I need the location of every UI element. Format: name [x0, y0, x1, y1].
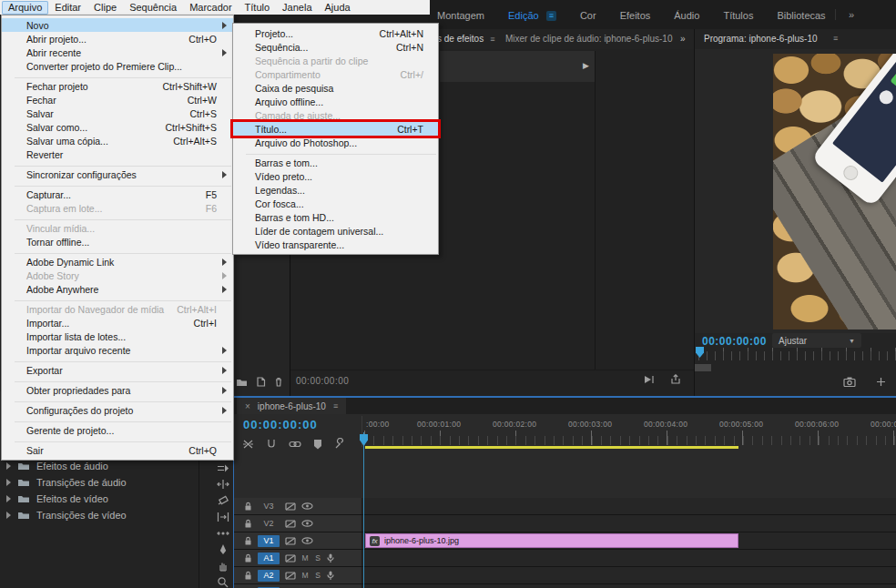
workspace-tab[interactable]: Bibliotecas	[777, 10, 825, 21]
submenu-item[interactable]: Vídeo preto...	[233, 169, 438, 183]
solo-button[interactable]: S	[314, 553, 321, 563]
expand-arrow-icon[interactable]: ▶	[583, 61, 589, 70]
menu-item[interactable]	[2, 181, 233, 188]
sync-lock-icon[interactable]	[285, 554, 296, 563]
menu-bar-item[interactable]: Ajuda	[319, 1, 357, 15]
menu-item[interactable]: Capturar... F5	[2, 188, 233, 201]
automate-to-sequence-icon[interactable]	[236, 378, 248, 387]
menu-item[interactable]: Converter projeto do Premiere Clip...	[2, 59, 233, 73]
workspace-overflow-icon[interactable]: »	[835, 9, 854, 20]
menu-item[interactable]	[2, 357, 233, 363]
panel-menu-icon[interactable]: ≡	[833, 34, 838, 43]
track-target-badge[interactable]: V2	[258, 518, 280, 530]
mute-button[interactable]: M	[301, 553, 309, 563]
linked-selection-icon[interactable]	[289, 440, 301, 449]
workspace-tab[interactable]: Áudio	[674, 10, 699, 21]
track-lock-icon[interactable]	[244, 536, 252, 545]
panel-menu-icon[interactable]: ≡	[490, 35, 494, 44]
menu-bar-item[interactable]: Arquivo	[2, 1, 48, 15]
sync-lock-icon[interactable]	[285, 502, 296, 511]
submenu-item[interactable]: Barras e tom...	[233, 156, 438, 169]
menu-item[interactable]: Exportar	[2, 363, 233, 377]
zoom-tool-icon[interactable]	[217, 576, 229, 588]
track-lock-icon[interactable]	[244, 553, 252, 563]
submenu-item[interactable]: Título... Ctrl+T	[233, 122, 438, 136]
submenu-item[interactable]: Legendas...	[233, 183, 438, 197]
effects-folder-row[interactable]: Transições de vídeo	[0, 507, 197, 523]
program-scrollbar-thumb[interactable]	[695, 364, 711, 371]
menu-bar-item[interactable]: Editar	[48, 1, 87, 15]
submenu-item[interactable]	[233, 149, 438, 156]
track-select-tool-icon[interactable]	[217, 462, 229, 474]
menu-item[interactable]: Salvar como... Ctrl+Shift+S	[2, 120, 233, 134]
button-editor-icon[interactable]	[876, 377, 886, 387]
workspace-tab[interactable]: Edição ≡	[508, 10, 556, 21]
menu-item[interactable]: Abrir recente	[2, 46, 233, 59]
menu-item[interactable]: Tornar offline...	[2, 235, 233, 248]
track-target-badge[interactable]: V1	[258, 535, 280, 547]
menu-bar-item[interactable]: Sequência	[123, 1, 183, 15]
sync-lock-icon[interactable]	[285, 572, 296, 580]
audio-track-lane[interactable]	[361, 584, 896, 588]
track-output-eye-icon[interactable]	[301, 520, 313, 527]
submenu-item[interactable]: Líder de contagem universal...	[233, 224, 438, 238]
track-target-badge[interactable]: A1	[258, 553, 280, 564]
sync-lock-icon[interactable]	[285, 537, 296, 545]
menu-bar-item[interactable]: Janela	[276, 1, 318, 15]
menu-item[interactable]	[2, 248, 233, 255]
workspace-tab[interactable]: Cor	[580, 10, 596, 21]
workspace-tab[interactable]: Títulos	[723, 10, 753, 21]
expand-arrow-icon[interactable]	[6, 495, 11, 502]
menu-item[interactable]	[2, 417, 233, 423]
slide-tool-icon[interactable]	[217, 527, 229, 539]
menu-item[interactable]: Configurações do projeto	[2, 403, 233, 417]
menu-item[interactable]: Abrir projeto... Ctrl+O	[2, 32, 233, 46]
expand-arrow-icon[interactable]	[6, 462, 11, 470]
tab-effect-controls[interactable]: s de efeitos ≡	[437, 34, 494, 44]
expand-arrow-icon[interactable]	[6, 479, 11, 486]
menu-item[interactable]: Importar lista de lotes...	[2, 329, 233, 343]
submenu-item[interactable]: Arquivo do Photoshop...	[233, 136, 438, 149]
menu-item[interactable]: Fechar projeto Ctrl+Shift+W	[2, 79, 233, 93]
workspace-tab[interactable]: Montagem	[437, 10, 484, 21]
effects-folder-row[interactable]: Efeitos de vídeo	[0, 491, 197, 507]
expand-arrow-icon[interactable]	[6, 512, 11, 519]
trash-icon[interactable]	[274, 377, 283, 387]
close-icon[interactable]: ×	[245, 401, 250, 411]
track-lock-icon[interactable]	[244, 502, 252, 511]
submenu-item[interactable]: Caixa de pesquisa	[233, 81, 438, 95]
audio-track-lane[interactable]	[361, 550, 896, 566]
menu-item[interactable]	[2, 437, 233, 443]
voiceover-mic-icon[interactable]	[327, 571, 334, 580]
menu-bar-item[interactable]: Marcador	[183, 1, 238, 15]
submenu-item[interactable]: Sequência... Ctrl+N	[233, 40, 438, 54]
timeline-ruler[interactable]: :00:00 00:00:01:00 00:00:02:00 00:00:03:…	[361, 416, 896, 447]
track-target-badge[interactable]: A2	[258, 570, 280, 582]
new-item-icon[interactable]	[256, 377, 266, 387]
solo-button[interactable]: S	[314, 571, 321, 580]
track-output-eye-icon[interactable]	[301, 537, 313, 544]
menu-item[interactable]: Salvar Ctrl+S	[2, 106, 233, 120]
timeline-tab[interactable]: × iphone-6-plus-10 ≡	[237, 398, 346, 414]
submenu-item[interactable]: Cor fosca...	[233, 197, 438, 210]
track-lock-icon[interactable]	[244, 519, 252, 528]
track-output-eye-icon[interactable]	[301, 502, 313, 510]
ripple-edit-tool-icon[interactable]	[217, 479, 229, 491]
timeline-clip[interactable]: fx iphone-6-plus-10.jpg	[365, 533, 738, 548]
menu-item[interactable]: Adobe Anywhere	[2, 282, 233, 296]
sync-lock-icon[interactable]	[285, 520, 296, 528]
submenu-item[interactable]: Barras e tom HD...	[233, 210, 438, 224]
voiceover-mic-icon[interactable]	[327, 553, 334, 563]
timeline-settings-icon[interactable]	[334, 438, 346, 450]
menu-bar-item[interactable]: Clipe	[87, 1, 123, 15]
menu-item[interactable]: Reverter	[2, 147, 233, 161]
play-only-icon[interactable]	[643, 375, 656, 384]
menu-item[interactable]: Novo	[2, 18, 233, 32]
menu-item[interactable]: Fechar Ctrl+W	[2, 93, 233, 106]
tab-program-monitor[interactable]: Programa: iphone-6-plus-10	[704, 34, 818, 44]
menu-item[interactable]: Salvar uma cópia... Ctrl+Alt+S	[2, 134, 233, 147]
menu-item[interactable]: Obter propriedades para	[2, 383, 233, 397]
export-frame-icon[interactable]	[843, 377, 856, 387]
submenu-item[interactable]: Vídeo transparente...	[233, 238, 438, 251]
effects-folder-row[interactable]: Transições de áudio	[0, 474, 197, 491]
